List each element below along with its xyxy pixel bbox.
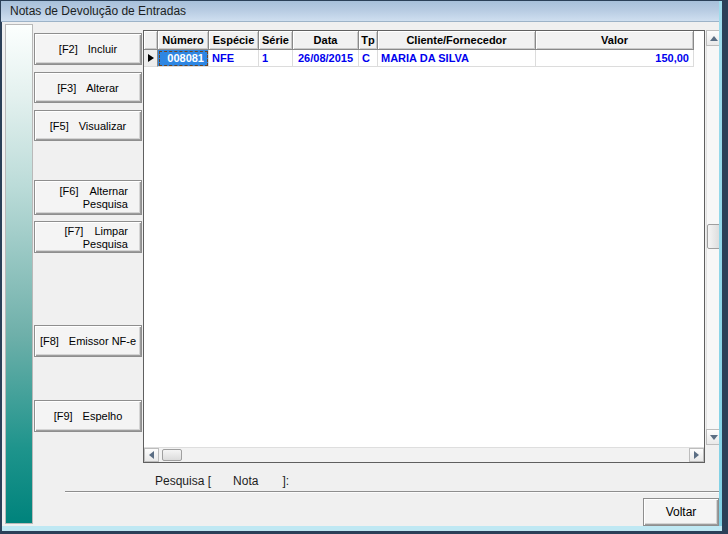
alternar-pesquisa-button[interactable]: [F6] Alternar Pesquisa bbox=[34, 180, 142, 215]
client-area: [F2] Incluir [F3] Alterar [F5] Visualiza… bbox=[2, 22, 719, 526]
button-label: Alternar bbox=[89, 185, 128, 197]
sidebar-gradient-strip bbox=[5, 24, 33, 524]
button-label: Alterar bbox=[86, 82, 118, 94]
grid-header-cliente[interactable]: Cliente/Fornecedor bbox=[378, 31, 536, 50]
search-prefix-label: Pesquisa [ bbox=[155, 474, 211, 488]
button-label-line2: Pesquisa bbox=[83, 238, 128, 250]
scroll-down-icon bbox=[710, 435, 718, 440]
window-border-right bbox=[719, 1, 722, 531]
app-window: Notas de Devolução de Entradas [F2] Incl… bbox=[0, 0, 728, 534]
titlebar[interactable]: Notas de Devolução de Entradas bbox=[1, 1, 722, 22]
espelho-button[interactable]: [F9] Espelho bbox=[34, 400, 142, 432]
search-suffix-label: ]: bbox=[282, 474, 289, 488]
scroll-down-button[interactable] bbox=[706, 429, 719, 445]
cell-tp[interactable]: C bbox=[359, 50, 378, 67]
button-key: [F6] bbox=[60, 185, 79, 197]
incluir-button[interactable]: [F2] Incluir bbox=[34, 33, 142, 65]
emissor-nfe-button[interactable]: [F8] Emissor NF-e bbox=[34, 325, 142, 357]
grid-header-numero[interactable]: Número bbox=[158, 31, 209, 50]
scroll-up-button[interactable] bbox=[706, 30, 719, 46]
button-key: [F3] bbox=[57, 82, 76, 94]
horizontal-scrollbar-thumb[interactable] bbox=[162, 449, 182, 461]
grid-header-serie[interactable]: Série bbox=[259, 31, 293, 50]
search-field-label: Nota bbox=[233, 474, 258, 488]
grid-header-indicator bbox=[144, 31, 158, 50]
cell-serie[interactable]: 1 bbox=[259, 50, 293, 67]
cell-especie[interactable]: NFE bbox=[209, 50, 259, 67]
grid-header-valor[interactable]: Valor bbox=[536, 31, 694, 50]
row-indicator-arrow-icon bbox=[148, 54, 154, 62]
button-label: Voltar bbox=[666, 505, 697, 519]
scroll-left-icon bbox=[149, 451, 154, 459]
button-key: [F7] bbox=[64, 225, 83, 237]
vertical-scrollbar[interactable] bbox=[706, 30, 719, 445]
button-label: Emissor NF-e bbox=[69, 335, 136, 347]
cell-valor[interactable]: 150,00 bbox=[536, 50, 694, 67]
footer-divider bbox=[65, 491, 719, 493]
voltar-button[interactable]: Voltar bbox=[643, 498, 719, 526]
cell-data[interactable]: 26/08/2015 bbox=[293, 50, 359, 67]
grid-header-row: Número Espécie Série Data Tp Cliente/For… bbox=[144, 31, 704, 50]
current-row-indicator bbox=[144, 50, 158, 67]
button-label: Visualizar bbox=[79, 120, 127, 132]
visualizar-button[interactable]: [F5] Visualizar bbox=[34, 110, 142, 141]
button-label: Limpar bbox=[94, 225, 128, 237]
table-row[interactable]: 008081 NFE 1 26/08/2015 C MARIA DA SILVA… bbox=[144, 50, 704, 67]
horizontal-scrollbar[interactable] bbox=[144, 447, 704, 462]
search-status-row: Pesquisa [ Nota ]: bbox=[155, 473, 413, 488]
button-key: [F9] bbox=[54, 410, 73, 422]
scroll-up-icon bbox=[710, 36, 718, 41]
button-label: Espelho bbox=[83, 410, 123, 422]
grid-header-data[interactable]: Data bbox=[293, 31, 359, 50]
button-key: [F8] bbox=[40, 335, 59, 347]
limpar-pesquisa-button[interactable]: [F7] Limpar Pesquisa bbox=[34, 221, 142, 253]
window-title: Notas de Devolução de Entradas bbox=[1, 1, 722, 22]
vertical-scrollbar-thumb[interactable] bbox=[707, 224, 719, 249]
grid-header-especie[interactable]: Espécie bbox=[209, 31, 259, 50]
button-label: Incluir bbox=[88, 43, 117, 55]
scroll-left-button[interactable] bbox=[144, 448, 159, 462]
grid-header-tp[interactable]: Tp bbox=[359, 31, 378, 50]
scroll-right-button[interactable] bbox=[689, 448, 704, 462]
window-border-bottom bbox=[2, 526, 722, 531]
button-key: [F2] bbox=[59, 43, 78, 55]
data-grid[interactable]: Número Espécie Série Data Tp Cliente/For… bbox=[143, 30, 705, 463]
button-key: [F5] bbox=[50, 120, 69, 132]
cell-cliente[interactable]: MARIA DA SILVA bbox=[378, 50, 536, 67]
cell-numero[interactable]: 008081 bbox=[158, 50, 209, 67]
alterar-button[interactable]: [F3] Alterar bbox=[34, 72, 142, 103]
button-label-line2: Pesquisa bbox=[83, 198, 128, 210]
scroll-right-icon bbox=[694, 451, 699, 459]
